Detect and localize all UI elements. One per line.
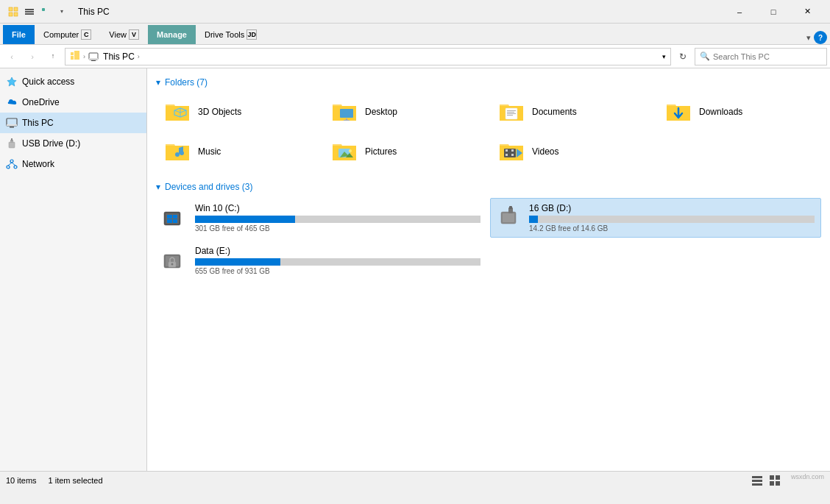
svg-rect-54: [167, 219, 172, 223]
tab-manage[interactable]: Manage: [148, 25, 196, 44]
ribbon: File Computer C View V Manage Drive Tool…: [0, 24, 830, 45]
folder-icon-desktop: [330, 99, 359, 125]
svg-rect-45: [506, 149, 508, 152]
drive-name-c: Win 10 (C:): [195, 203, 480, 213]
close-button[interactable]: ✕: [790, 0, 824, 24]
drive-bar-d: [529, 216, 815, 223]
qat-chevron-down[interactable]: ▾: [54, 4, 69, 19]
tab-drivetools-badge: JD: [246, 29, 257, 40]
svg-rect-9: [71, 56, 74, 60]
tab-computer[interactable]: Computer C: [35, 25, 100, 44]
svg-rect-8: [71, 52, 74, 55]
svg-rect-46: [506, 154, 508, 156]
title-bar: ▾ This PC – □ ✕: [0, 0, 830, 24]
tab-drivetools[interactable]: Drive Tools JD: [196, 25, 266, 44]
title-bar-title: This PC: [78, 7, 110, 17]
path-home-icon: [70, 50, 80, 63]
folder-label-documents: Documents: [532, 107, 577, 117]
tab-file[interactable]: File: [3, 25, 35, 44]
svg-rect-66: [752, 483, 762, 486]
svg-rect-30: [340, 109, 353, 118]
drive-icon-e: [163, 249, 189, 272]
folder-item-videos[interactable]: Videos: [490, 133, 654, 170]
folder-item-documents[interactable]: Documents: [490, 93, 654, 130]
qat-icon-2[interactable]: [22, 4, 37, 19]
this-pc-icon: [6, 117, 18, 129]
svg-rect-13: [89, 58, 98, 60]
ribbon-expand-icon[interactable]: ▾: [806, 33, 811, 43]
address-path[interactable]: › This PC › ▾: [65, 48, 671, 65]
ribbon-help-icon[interactable]: ?: [814, 31, 827, 44]
svg-rect-35: [507, 112, 514, 113]
folder-item-music[interactable]: Music: [156, 133, 320, 170]
sidebar-item-network[interactable]: Network: [0, 154, 146, 174]
svg-point-63: [171, 263, 174, 266]
onedrive-icon: [6, 96, 18, 108]
drive-name-e: Data (E:): [195, 246, 480, 256]
refresh-button[interactable]: ↻: [674, 48, 692, 65]
svg-point-21: [10, 160, 13, 163]
view-grid-button[interactable]: [767, 473, 782, 488]
back-button[interactable]: ‹: [3, 48, 21, 65]
ribbon-right: ▾ ?: [806, 31, 827, 44]
forward-button[interactable]: ›: [24, 48, 41, 65]
qat-icon-1[interactable]: [6, 4, 21, 19]
address-bar: ‹ › ↑ › This PC › ▾ ↻ 🔍: [0, 45, 830, 68]
folder-item-3dobjects[interactable]: 3D Objects: [156, 93, 320, 130]
window-controls: – □ ✕: [723, 0, 824, 24]
devices-section-header[interactable]: ▾ Devices and drives (3): [156, 182, 821, 192]
folder-item-desktop[interactable]: Desktop: [323, 93, 487, 130]
search-input[interactable]: [713, 52, 816, 61]
sidebar-item-usb-drive[interactable]: USB Drive (D:): [0, 133, 146, 154]
address-right: ↻ 🔍: [674, 48, 827, 65]
ribbon-tabs: File Computer C View V Manage Drive Tool…: [0, 24, 830, 44]
svg-rect-34: [507, 110, 516, 111]
folders-collapse-icon: ▾: [156, 77, 160, 88]
folder-icon-downloads: [664, 99, 693, 125]
watermark: wsxdn.com: [791, 473, 824, 488]
up-button[interactable]: ↑: [44, 48, 62, 65]
svg-rect-20: [11, 138, 13, 141]
drive-item-c[interactable]: Win 10 (C:) 301 GB free of 465 GB: [156, 198, 487, 238]
maximize-button[interactable]: □: [756, 0, 790, 24]
drive-free-e: 655 GB free of 931 GB: [195, 267, 480, 275]
drive-item-d[interactable]: 16 GB (D:) 14.2 GB free of 14.6 GB: [490, 198, 821, 238]
sidebar-item-this-pc[interactable]: This PC: [0, 113, 146, 133]
folder-item-pictures[interactable]: Pictures: [323, 133, 487, 170]
svg-rect-53: [173, 215, 177, 219]
drive-bar-c: [195, 216, 480, 223]
minimize-button[interactable]: –: [723, 0, 756, 24]
search-box[interactable]: 🔍: [695, 48, 827, 65]
svg-point-23: [14, 166, 17, 168]
folders-grid: 3D Objects Desktop: [156, 93, 821, 170]
sidebar-item-onedrive[interactable]: OneDrive: [0, 92, 146, 113]
view-list-button[interactable]: [750, 473, 765, 488]
folders-section-header[interactable]: ▾ Folders (7): [156, 77, 821, 88]
drive-free-d: 14.2 GB free of 14.6 GB: [529, 224, 815, 233]
drive-item-e[interactable]: Data (E:) 655 GB free of 931 GB: [156, 241, 487, 280]
svg-rect-10: [74, 51, 79, 60]
qat-icon-3[interactable]: [38, 4, 53, 19]
address-dropdown-icon[interactable]: ▾: [662, 53, 666, 60]
folder-icon-3dobjects: [163, 99, 192, 125]
status-view-controls: wsxdn.com: [750, 473, 824, 488]
title-bar-left: ▾ This PC: [6, 4, 723, 19]
svg-rect-37: [507, 115, 513, 116]
content-area: ▾ Folders (7) 3D Objects: [147, 68, 830, 471]
tab-view-badge: V: [129, 29, 139, 40]
folder-label-downloads: Downloads: [699, 107, 742, 117]
drive-info-d: 16 GB (D:) 14.2 GB free of 14.6 GB: [529, 203, 815, 233]
path-this-pc[interactable]: This PC: [88, 52, 135, 62]
svg-rect-64: [752, 476, 762, 478]
folder-label-pictures: Pictures: [365, 146, 397, 157]
tab-view[interactable]: View V: [100, 25, 148, 44]
tab-computer-badge: C: [81, 29, 91, 40]
folder-item-downloads[interactable]: Downloads: [657, 93, 821, 130]
svg-rect-48: [511, 154, 514, 156]
sidebar-item-quick-access[interactable]: Quick access: [0, 71, 146, 92]
drives-grid: Win 10 (C:) 301 GB free of 465 GB: [156, 198, 821, 280]
svg-rect-57: [503, 213, 514, 222]
status-item-count: 10 items: [6, 476, 37, 485]
svg-rect-12: [91, 60, 96, 61]
status-selected: 1 item selected: [49, 476, 103, 485]
